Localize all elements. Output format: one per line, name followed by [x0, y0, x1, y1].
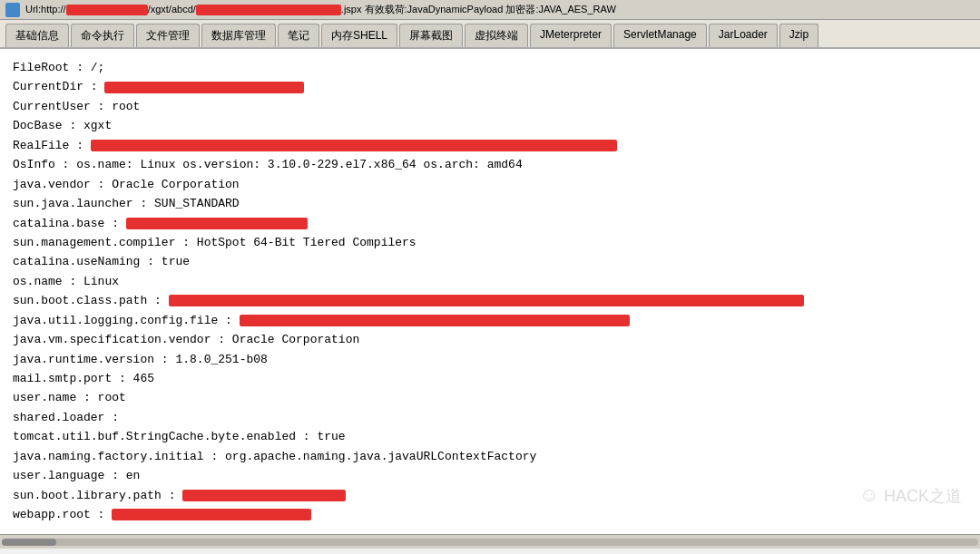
scrollbar-track[interactable] [2, 539, 978, 546]
title-bar: Url:http:///xgxt/abcd/.jspx 有效载荷:JavaDyn… [0, 0, 980, 20]
line-catalinabase: catalina.base : [13, 214, 967, 233]
line-stringcache: tomcat.util.buf.StringCache.byte.enabled… [13, 427, 967, 446]
tab-db[interactable]: 数据库管理 [201, 24, 276, 47]
line-username: user.name : root [13, 388, 967, 407]
line-sharedloader: shared.loader : [13, 408, 967, 427]
line-currentuser: CurrentUser : root [13, 97, 967, 116]
tab-jmeter[interactable]: JMeterpreter [530, 24, 612, 47]
line-language: user.language : en [13, 466, 967, 485]
line-webapproot: webapp.root : [13, 505, 967, 524]
line-launcher: sun.java.launcher : SUN_STANDARD [13, 194, 967, 213]
line-currentdir: CurrentDir : [13, 77, 967, 96]
line-bootclasspath: sun.boot.class.path : [13, 291, 967, 310]
line-fileroot: FileRoot : /; [13, 58, 967, 77]
line-bootlibpath: sun.boot.library.path : [13, 486, 967, 505]
line-javavendor: java.vendor : Oracle Corporation [13, 175, 967, 194]
tab-note[interactable]: 笔记 [278, 24, 319, 47]
tab-servlet[interactable]: ServletManage [613, 24, 707, 47]
tab-screen[interactable]: 屏幕截图 [399, 24, 463, 47]
line-catalinaNaming: catalina.useNaming : true [13, 252, 967, 271]
bottom-scrollbar[interactable] [0, 534, 980, 549]
line-realfile: RealFile : [13, 136, 967, 155]
line-compiler: sun.management.compiler : HotSpot 64-Bit… [13, 233, 967, 252]
content-area: FileRoot : /; CurrentDir : CurrentUser :… [0, 49, 980, 534]
tab-jzip[interactable]: Jzip [779, 24, 818, 47]
tab-jar[interactable]: JarLoader [709, 24, 778, 47]
line-osname: os.name : Linux [13, 272, 967, 291]
tab-cmd[interactable]: 命令执行 [71, 24, 134, 47]
tab-vterm[interactable]: 虚拟终端 [465, 24, 528, 47]
tab-shell[interactable]: 内存SHELL [321, 24, 397, 47]
tab-basic[interactable]: 基础信息 [5, 24, 69, 47]
tab-file[interactable]: 文件管理 [136, 24, 200, 47]
line-vmvendor: java.vm.specification.vendor : Oracle Co… [13, 330, 967, 349]
line-docbase: DocBase : xgxt [13, 116, 967, 135]
app-icon [5, 3, 20, 17]
line-osinfo: OsInfo : os.name: Linux os.version: 3.10… [13, 155, 967, 174]
line-naming: java.naming.factory.initial : org.apache… [13, 447, 967, 466]
line-loggingconfig: java.util.logging.config.file : [13, 311, 967, 330]
line-smtpport: mail.smtp.port : 465 [13, 369, 967, 388]
tab-bar: 基础信息 命令执行 文件管理 数据库管理 笔记 内存SHELL 屏幕截图 虚拟终… [0, 20, 980, 49]
line-runtimeversion: java.runtime.version : 1.8.0_251-b08 [13, 350, 967, 369]
title-bar-text: Url:http:///xgxt/abcd/.jspx 有效载荷:JavaDyn… [25, 3, 975, 16]
scrollbar-thumb[interactable] [2, 539, 56, 546]
